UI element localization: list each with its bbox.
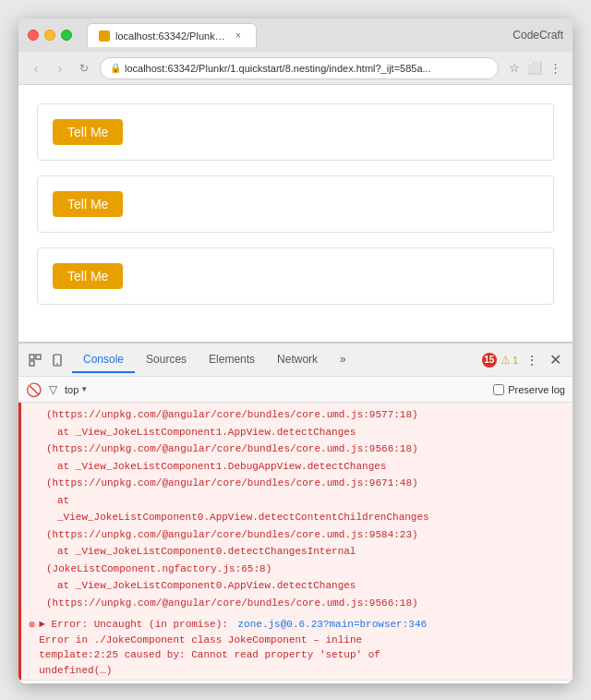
tell-me-card-2: Tell Me	[37, 175, 554, 233]
error-line-3: (https://unpkg.com/@angular/core/bundles…	[32, 441, 565, 458]
tab-more[interactable]: »	[329, 347, 357, 373]
url-bar[interactable]: 🔒 localhost:63342/Plunkr/1.quickstart/8.…	[100, 57, 499, 79]
tell-me-button-1[interactable]: Tell Me	[53, 119, 123, 145]
back-button[interactable]: ‹	[28, 60, 44, 77]
warn-badge: ⚠ 1	[501, 354, 518, 367]
refresh-button[interactable]: ↻	[76, 60, 92, 77]
console-filter-icon[interactable]: ▽	[49, 383, 57, 396]
tell-me-button-3[interactable]: Tell Me	[53, 263, 123, 289]
maximize-button[interactable]	[61, 30, 72, 41]
url-text: localhost:63342/Plunkr/1.quickstart/8.ne…	[125, 63, 431, 74]
error-line-12: (https://unpkg.com/@angular/core/bundles…	[32, 595, 565, 612]
svg-rect-0	[30, 355, 34, 359]
tab-network[interactable]: Network	[266, 347, 329, 373]
error-line-8: (https://unpkg.com/@angular/core/bundles…	[32, 526, 565, 544]
lock-icon: 🔒	[110, 63, 121, 73]
tell-me-button-2[interactable]: Tell Me	[53, 191, 123, 217]
tab-sources[interactable]: Sources	[135, 347, 198, 373]
error-circle-icon: ⊗	[29, 618, 35, 632]
error-count: 15	[482, 353, 497, 368]
browser-tab[interactable]: localhost:63342/Plunkr/1.quic... ×	[87, 23, 257, 47]
title-bar: localhost:63342/Plunkr/1.quic... × CodeC…	[18, 18, 573, 52]
preserve-log-wrap: Preserve log	[493, 384, 565, 395]
tell-me-card-3: Tell Me	[37, 247, 554, 305]
main-error-line2: Error in ./JokeComponent class JokeCompo…	[39, 634, 362, 646]
minimize-button[interactable]	[44, 30, 55, 41]
error-line-6: at	[32, 492, 565, 510]
main-error-prefix: ► Error: Uncaught (in promise):	[39, 619, 228, 630]
error-badge: 15	[482, 353, 497, 368]
context-dropdown[interactable]: top ▼	[65, 384, 88, 395]
main-error-text: ► Error: Uncaught (in promise): zone.js@…	[39, 617, 565, 678]
forward-button[interactable]: ›	[52, 60, 68, 77]
tell-me-card-1: Tell Me	[37, 103, 554, 161]
main-error-line3: template:2:25 caused by: Cannot read pro…	[39, 649, 380, 660]
traffic-lights	[28, 30, 72, 41]
tab-favicon	[99, 30, 110, 42]
svg-rect-1	[36, 355, 41, 359]
preserve-log-checkbox[interactable]	[493, 384, 504, 395]
main-error-line: ⊗ ► Error: Uncaught (in promise): zone.j…	[18, 615, 573, 680]
console-prompt[interactable]: ›	[18, 680, 573, 683]
tab-close-button[interactable]: ×	[232, 30, 245, 42]
devtools-close-button[interactable]: ✕	[546, 349, 565, 370]
svg-rect-2	[30, 361, 34, 366]
devtools-toolbar: Console Sources Elements Network » 15 ⚠ …	[18, 344, 573, 377]
warn-triangle-icon: ⚠	[501, 354, 511, 367]
chevron-down-icon: ▼	[80, 385, 88, 393]
console-toolbar: 🚫 ▽ top ▼ Preserve log	[18, 377, 573, 403]
error-line-1: (https://unpkg.com/@angular/core/bundles…	[32, 406, 565, 424]
address-bar: ‹ › ↻ 🔒 localhost:63342/Plunkr/1.quickst…	[18, 52, 573, 85]
error-line-5: (https://unpkg.com/@angular/core/bundles…	[32, 475, 565, 492]
warn-count-text: 1	[513, 355, 518, 366]
page-content: Tell Me Tell Me Tell Me	[18, 85, 573, 342]
devtools-right: 15 ⚠ 1 ⋮ ✕	[482, 349, 565, 370]
tab-bar: localhost:63342/Plunkr/1.quic... ×	[87, 23, 505, 47]
browser-window: localhost:63342/Plunkr/1.quic... × CodeC…	[18, 18, 573, 683]
screenshot-icon[interactable]: ⬜	[526, 60, 543, 77]
error-line-11: at _View_JokeListComponent0.AppView.dete…	[32, 577, 565, 595]
devtools-panel: Console Sources Elements Network » 15 ⚠ …	[18, 342, 573, 683]
devtools-tabs: Console Sources Elements Network »	[72, 347, 480, 373]
preserve-log-label: Preserve log	[508, 384, 565, 395]
main-error-line4: undefined(…)	[39, 665, 112, 676]
console-content[interactable]: (https://unpkg.com/@angular/core/bundles…	[18, 403, 573, 683]
console-block-icon[interactable]: 🚫	[26, 382, 42, 397]
error-location-link[interactable]: zone.js@0.6.23?main=browser:346	[237, 619, 427, 630]
error-line-4: at _View_JokeListComponent1.DebugAppView…	[32, 458, 565, 476]
error-line-7: _View_JokeListComponent0.AppView.detectC…	[32, 509, 565, 526]
error-line-10: (JokeListComponent.ngfactory.js:65:8)	[32, 561, 565, 578]
tab-console[interactable]: Console	[72, 347, 135, 373]
error-line-9: at _View_JokeListComponent0.detectChange…	[32, 543, 565, 561]
address-actions: ☆ ⬜ ⋮	[506, 60, 563, 77]
inspect-icon[interactable]	[26, 351, 44, 369]
devtools-more-button[interactable]: ⋮	[522, 351, 542, 369]
context-label: top	[65, 384, 78, 395]
brand-name: CodeCraft	[513, 29, 563, 42]
devtools-icons	[26, 351, 66, 369]
tab-title: localhost:63342/Plunkr/1.quic...	[115, 30, 226, 42]
menu-icon[interactable]: ⋮	[547, 60, 563, 77]
mobile-icon[interactable]	[48, 351, 66, 369]
bookmark-icon[interactable]: ☆	[506, 60, 523, 77]
error-line-2: at _View_JokeListComponent1.AppView.dete…	[32, 424, 565, 441]
tab-elements[interactable]: Elements	[198, 347, 266, 373]
close-button[interactable]	[28, 30, 39, 41]
error-stack-block: (https://unpkg.com/@angular/core/bundles…	[18, 403, 573, 615]
